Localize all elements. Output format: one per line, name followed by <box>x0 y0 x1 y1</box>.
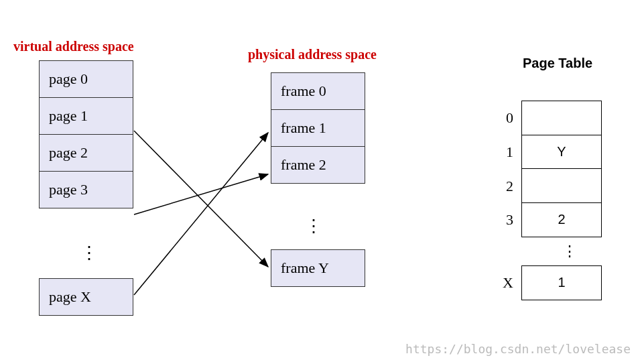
page-table-title: Page Table <box>523 56 592 71</box>
pt-index: 0 <box>501 109 521 127</box>
physical-title: physical address space <box>248 47 377 62</box>
page-cell: page 0 <box>40 61 133 98</box>
frame-cell: frame Y <box>271 250 365 287</box>
pt-cell: Y <box>521 135 602 170</box>
frame-cell: frame 2 <box>271 147 365 184</box>
svg-line-1 <box>134 174 268 215</box>
virtual-page-bottom: page X <box>39 278 133 316</box>
page-cell: page 3 <box>40 172 133 208</box>
physical-frame-bottom: frame Y <box>271 249 365 287</box>
pt-cell <box>521 101 602 135</box>
page-cell: page 2 <box>40 135 133 172</box>
table-row: 3 2 <box>501 203 610 237</box>
pt-cell <box>521 168 602 203</box>
table-row: 1 Y <box>501 135 610 170</box>
virtual-pages-top: page 0 page 1 page 2 page 3 <box>39 60 133 208</box>
frame-cell: frame 1 <box>271 110 365 147</box>
pt-index: 3 <box>501 211 521 229</box>
page-cell: page 1 <box>40 98 133 135</box>
page-cell: page X <box>40 279 133 316</box>
svg-line-2 <box>134 133 268 295</box>
frame-cell: frame 0 <box>271 73 365 110</box>
table-row: 2 <box>501 170 610 204</box>
table-row: 0 <box>501 101 610 135</box>
pt-cell: 2 <box>521 202 602 237</box>
pt-index: X <box>501 274 521 292</box>
page-table-dots: ⋮ <box>529 237 610 265</box>
virtual-title: virtual address space <box>13 39 134 54</box>
pt-index: 2 <box>501 178 521 195</box>
physical-frames-top: frame 0 frame 1 frame 2 <box>271 72 365 184</box>
pt-cell: 1 <box>521 265 602 300</box>
physical-dots: ⋮ <box>305 218 322 235</box>
svg-line-0 <box>134 131 268 267</box>
pt-index: 1 <box>501 143 521 161</box>
virtual-dots: ⋮ <box>80 245 98 262</box>
page-table: 0 1 Y 2 3 2 ⋮ X 1 <box>501 101 610 300</box>
watermark: https://blog.csdn.net/lovelease <box>405 342 631 356</box>
table-row: X 1 <box>501 265 610 300</box>
